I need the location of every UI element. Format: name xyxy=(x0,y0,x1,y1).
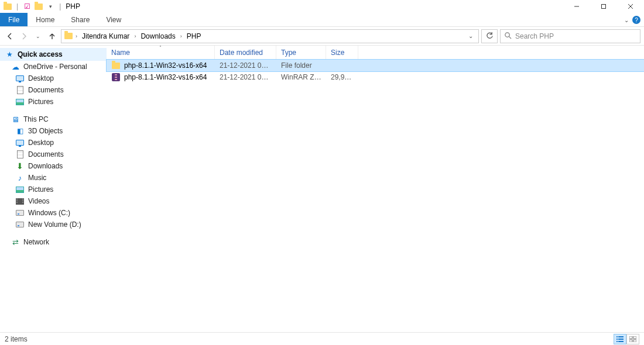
sidebar-item-drive-c[interactable]: Windows (C:) xyxy=(0,207,107,219)
sidebar-item-label: New Volume (D:) xyxy=(28,220,81,229)
status-bar: 2 items xyxy=(0,332,644,345)
chevron-right-icon[interactable]: › xyxy=(179,33,183,39)
svg-rect-11 xyxy=(618,341,624,342)
file-row[interactable]: php-8.1.1-Win32-vs16-x64 21-12-2021 07:1… xyxy=(107,60,644,71)
sidebar-item-pictures-pc[interactable]: Pictures xyxy=(0,184,107,195)
sidebar-item-onedrive[interactable]: ☁ OneDrive - Personal xyxy=(0,61,107,73)
file-row[interactable]: php-8.1.1-Win32-vs16-x64 21-12-2021 07:1… xyxy=(107,71,644,83)
sidebar-item-label: Downloads xyxy=(28,162,63,170)
breadcrumb-label: Downloads xyxy=(141,32,175,40)
column-header-name[interactable]: ˄ Name xyxy=(107,46,215,59)
file-name: php-8.1.1-Win32-vs16-x64 xyxy=(124,61,207,70)
sidebar-item-label: Network xyxy=(23,238,49,246)
properties-icon[interactable]: ☑ xyxy=(22,1,32,12)
qat-separator: | xyxy=(16,2,18,11)
sidebar-item-downloads[interactable]: ⬇ Downloads xyxy=(0,160,107,172)
address-dropdown-icon[interactable]: ⌄ xyxy=(465,33,476,39)
search-input[interactable] xyxy=(515,32,636,40)
sidebar-item-label: Pictures xyxy=(28,185,53,194)
sidebar-item-pictures[interactable]: Pictures xyxy=(0,96,107,108)
search-icon xyxy=(504,32,512,41)
minimize-button[interactable] xyxy=(563,0,590,13)
download-icon: ⬇ xyxy=(15,161,25,171)
column-label: Date modified xyxy=(220,49,263,57)
column-header-date[interactable]: Date modified xyxy=(215,46,276,59)
picture-icon xyxy=(15,185,25,194)
drive-icon xyxy=(15,208,25,218)
file-size: 29,926 KB xyxy=(326,73,358,81)
tab-share[interactable]: Share xyxy=(63,13,98,26)
sidebar-item-label: 3D Objects xyxy=(28,127,63,135)
title-bar: | ☑ ▾ | PHP xyxy=(0,0,644,13)
qat-dropdown-icon[interactable]: ▾ xyxy=(45,1,56,12)
search-box[interactable] xyxy=(500,29,640,43)
file-type: WinRAR ZIP archive xyxy=(276,73,326,81)
view-toggle xyxy=(614,334,639,344)
desktop-icon xyxy=(15,74,25,83)
chevron-right-icon[interactable]: › xyxy=(74,33,78,39)
sidebar-item-this-pc[interactable]: 🖥 This PC xyxy=(0,113,107,125)
picture-icon xyxy=(15,97,25,106)
quick-access-header[interactable]: ★ Quick access xyxy=(0,48,107,61)
maximize-button[interactable] xyxy=(590,0,617,13)
quick-access-toolbar: | ☑ ▾ | PHP xyxy=(0,1,80,12)
refresh-button[interactable] xyxy=(481,29,498,43)
sidebar-item-label: Documents xyxy=(28,86,64,94)
sort-ascending-icon: ˄ xyxy=(159,45,162,50)
breadcrumb-segment[interactable]: Downloads xyxy=(138,32,177,40)
back-button[interactable] xyxy=(4,29,16,43)
help-icon[interactable]: ? xyxy=(632,16,640,24)
column-label: Type xyxy=(281,49,296,57)
chevron-right-icon[interactable]: › xyxy=(133,33,137,39)
file-tab[interactable]: File xyxy=(0,13,28,26)
large-icons-view-button[interactable] xyxy=(626,334,639,344)
close-button[interactable] xyxy=(617,0,644,13)
folder-icon xyxy=(111,61,121,70)
sidebar-item-videos[interactable]: Videos xyxy=(0,195,107,207)
new-folder-icon[interactable] xyxy=(33,1,44,12)
desktop-icon xyxy=(15,138,25,147)
svg-rect-14 xyxy=(629,340,632,342)
sidebar-item-desktop[interactable]: Desktop xyxy=(0,73,107,84)
expand-ribbon-icon[interactable]: ⌄ xyxy=(624,17,629,23)
column-header-size[interactable]: Size xyxy=(326,46,358,59)
svg-rect-13 xyxy=(633,336,636,339)
sidebar-item-documents-pc[interactable]: Documents xyxy=(0,149,107,160)
svg-rect-15 xyxy=(633,340,636,342)
status-text: 2 items xyxy=(5,335,28,343)
navigation-bar: ⌄ › Jitendra Kumar › Downloads › PHP ⌄ xyxy=(0,27,644,46)
tab-view[interactable]: View xyxy=(98,13,129,26)
navigation-pane: ★ Quick access ☁ OneDrive - Personal Des… xyxy=(0,46,107,332)
breadcrumb-segment[interactable]: PHP xyxy=(184,32,204,40)
address-bar[interactable]: › Jitendra Kumar › Downloads › PHP ⌄ xyxy=(61,29,479,43)
file-name: php-8.1.1-Win32-vs16-x64 xyxy=(124,73,207,81)
sidebar-item-network[interactable]: ⇄ Network xyxy=(0,236,107,248)
network-icon: ⇄ xyxy=(11,237,20,247)
sidebar-item-documents[interactable]: Documents xyxy=(0,84,107,96)
content-pane: ˄ Name Date modified Type Size php-8.1.1… xyxy=(107,46,644,332)
ribbon-tabs: File Home Share View ⌄ ? xyxy=(0,13,644,27)
sidebar-item-music[interactable]: ♪ Music xyxy=(0,172,107,184)
column-label: Name xyxy=(111,49,130,57)
details-view-button[interactable] xyxy=(614,334,626,344)
folder-icon xyxy=(2,1,13,12)
forward-button[interactable] xyxy=(18,29,30,43)
drive-icon xyxy=(15,220,25,229)
sidebar-item-label: OneDrive - Personal xyxy=(23,63,87,71)
sidebar-item-label: Pictures xyxy=(28,98,53,106)
svg-point-4 xyxy=(505,32,509,36)
sidebar-item-drive-d[interactable]: New Volume (D:) xyxy=(0,219,107,230)
sidebar-item-3d-objects[interactable]: ◧ 3D Objects xyxy=(0,125,107,137)
tab-home[interactable]: Home xyxy=(28,13,63,26)
window-title: PHP xyxy=(66,2,80,11)
document-icon xyxy=(15,85,25,95)
up-button[interactable] xyxy=(46,29,59,43)
recent-locations-button[interactable]: ⌄ xyxy=(32,29,44,43)
file-date: 21-12-2021 07:15 AM xyxy=(215,73,276,81)
breadcrumb-segment[interactable]: Jitendra Kumar xyxy=(80,32,132,40)
sidebar-item-desktop-pc[interactable]: Desktop xyxy=(0,137,107,149)
main-area: ★ Quick access ☁ OneDrive - Personal Des… xyxy=(0,46,644,332)
column-header-type[interactable]: Type xyxy=(276,46,326,59)
svg-rect-12 xyxy=(629,336,632,339)
sidebar-item-label: Windows (C:) xyxy=(28,209,70,217)
